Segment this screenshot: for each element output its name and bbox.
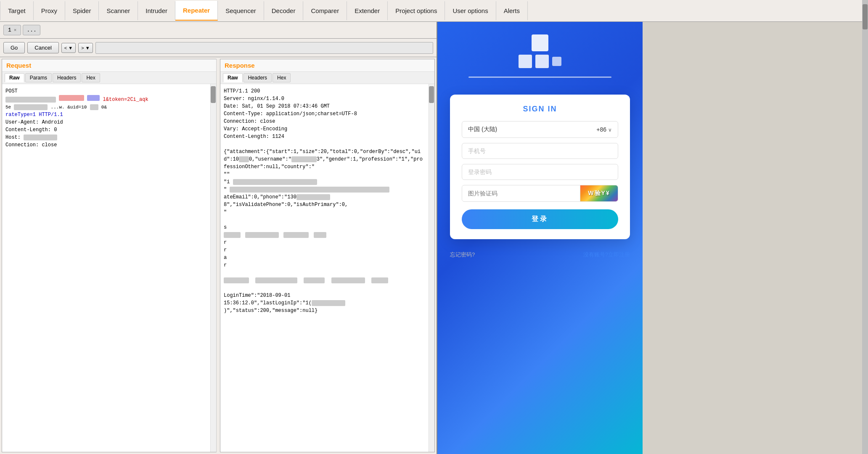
request-tab-hex[interactable]: Hex	[82, 73, 100, 82]
resp-blur2	[230, 187, 389, 193]
request-panel: Request Raw Params Headers Hex POST	[2, 59, 217, 452]
path-blurred2	[90, 104, 98, 110]
country-select[interactable]: 中国 (大陆) +86 ∨	[462, 121, 618, 138]
app-logo	[519, 34, 561, 68]
request-path-line: 5e ...w. &uid=10 0&	[5, 103, 206, 111]
menu-alerts[interactable]: Alerts	[496, 1, 528, 20]
response-blurred2: "	[224, 186, 424, 193]
tab-bar: 1 × ...	[0, 22, 437, 39]
menu-repeater[interactable]: Repeater	[175, 1, 218, 21]
request-tab-headers[interactable]: Headers	[53, 73, 81, 82]
captcha-input[interactable]	[462, 186, 580, 201]
a-label: a	[224, 255, 227, 261]
phone-input[interactable]	[462, 143, 618, 159]
username-blurred	[291, 156, 317, 162]
country-name: 中国 (大陆)	[468, 126, 497, 133]
tab-close-icon[interactable]: ×	[14, 28, 17, 33]
response-tabs: Raw Headers Hex	[220, 72, 434, 84]
request-useragent: User-Agent: Android	[5, 119, 206, 126]
menu-spider[interactable]: Spider	[65, 1, 99, 20]
r-label2: r	[224, 247, 227, 253]
menu-sequencer[interactable]: Sequencer	[218, 1, 264, 20]
login-button[interactable]: 登录	[462, 209, 618, 229]
request-contentlength: Content-Length: 0	[5, 126, 206, 134]
toolbar: Go Cancel < ▼ > ▼	[0, 39, 437, 57]
logo-sq-right	[552, 57, 561, 66]
request-tab-raw[interactable]: Raw	[5, 73, 24, 82]
resp-blur1	[233, 179, 317, 185]
resp-bar5	[371, 277, 388, 283]
menu-target[interactable]: Target	[0, 1, 34, 20]
path-end: 0&	[101, 105, 107, 110]
resp-blur3c	[283, 232, 309, 238]
resp-blur3b	[245, 232, 279, 238]
i-label: "i	[224, 179, 230, 185]
request-token: l&token=2Ci_aqk	[103, 97, 148, 103]
uid-blurred	[239, 156, 249, 162]
response-ateemail: ateEmail":0,"phone":"1308","isValidatePh…	[224, 193, 424, 209]
menu-proxy[interactable]: Proxy	[34, 1, 65, 20]
main-content: 1 × ... Go Cancel < ▼ > ▼ Request Raw Pa…	[0, 22, 868, 454]
dropdown-arrow-icon: ∨	[608, 127, 612, 133]
response-tab-hex[interactable]: Hex	[273, 73, 291, 82]
response-content[interactable]: HTTP/1.1 200 Server: nginx/1.14.0 Date: …	[220, 84, 434, 452]
password-input[interactable]	[462, 164, 618, 180]
country-code: +86 ∨	[596, 126, 612, 133]
response-header: Response	[220, 59, 434, 72]
response-vary: Vary: Accept-Encoding	[224, 125, 424, 133]
request-scroll-thumb	[211, 86, 216, 103]
request-ratetype: rateType=1 HTTP/1.1	[5, 111, 206, 119]
captcha-row: W验Y¥	[462, 185, 618, 202]
go-button[interactable]: Go	[3, 42, 25, 53]
menu-project-options[interactable]: Project options	[388, 1, 445, 20]
response-content-length: Content-Length: 1124	[224, 133, 424, 140]
menu-user-options[interactable]: User options	[445, 1, 496, 20]
response-tab-raw[interactable]: Raw	[223, 73, 243, 82]
menu-scanner[interactable]: Scanner	[99, 1, 138, 20]
resp-blur3a	[224, 232, 241, 238]
logo-row	[519, 55, 561, 68]
menu-intruder[interactable]: Intruder	[138, 1, 175, 20]
response-scrollbar[interactable]	[429, 84, 434, 452]
s-label: s	[224, 224, 227, 230]
req-res-split: Request Raw Params Headers Hex POST	[0, 57, 437, 454]
response-blurred6: r	[224, 246, 424, 254]
app-panel: SIGN IN 中国 (大陆) +86 ∨ W验Y¥ 登录 忘记密码? 没有账号…	[437, 22, 643, 454]
tab-more-button[interactable]: ...	[23, 25, 40, 35]
tab-label: 1	[8, 27, 11, 33]
forgot-password-link[interactable]: 忘记密码?	[450, 251, 475, 259]
response-tab-headers[interactable]: Headers	[243, 73, 272, 82]
prev-button[interactable]: < ▼	[61, 43, 76, 53]
request-tabs: Raw Params Headers Hex	[2, 72, 216, 84]
request-scrollbar[interactable]	[210, 84, 216, 452]
cancel-button[interactable]: Cancel	[27, 42, 58, 53]
resp-bar2	[255, 277, 297, 283]
menu-decoder[interactable]: Decoder	[264, 1, 304, 20]
register-link[interactable]: 没有账号?立即注册	[583, 251, 630, 259]
menu-extender[interactable]: Extender	[347, 1, 388, 20]
url-blurred-part3	[87, 95, 100, 101]
response-blurred4	[224, 231, 424, 239]
ip-blurred	[312, 300, 345, 306]
login-footer: 忘记密码? 没有账号?立即注册	[437, 248, 643, 265]
menu-comparer[interactable]: Comparer	[303, 1, 347, 20]
response-blurred3: s	[224, 224, 424, 231]
target-url-bar[interactable]	[95, 42, 433, 54]
request-content[interactable]: POST l&token=2Ci_aqk 5e ...w. &uid=10	[2, 84, 216, 452]
logo-sq-left	[519, 55, 532, 68]
menu-bar: Target Proxy Spider Scanner Intruder Rep…	[0, 0, 868, 22]
response-connection: Connection: close	[224, 118, 424, 125]
response-blurred-bar	[224, 277, 424, 284]
response-server: Server: nginx/1.14.0	[224, 95, 424, 103]
response-blurred7: a	[224, 254, 424, 261]
response-date: Date: Sat, 01 Sep 2018 07:43:46 GMT	[224, 103, 424, 110]
login-card: SIGN IN 中国 (大陆) +86 ∨ W验Y¥ 登录	[450, 95, 630, 239]
repeater-tab-1[interactable]: 1 ×	[3, 25, 21, 35]
response-blurred1: "i	[224, 178, 424, 186]
captcha-image[interactable]: W验Y¥	[580, 185, 618, 201]
app-header	[437, 22, 643, 90]
response-content-type: Content-Type: application/json;charset=U…	[224, 110, 424, 118]
sign-in-title: SIGN IN	[462, 105, 618, 114]
next-button[interactable]: > ▼	[78, 43, 93, 53]
request-tab-params[interactable]: Params	[25, 73, 52, 82]
